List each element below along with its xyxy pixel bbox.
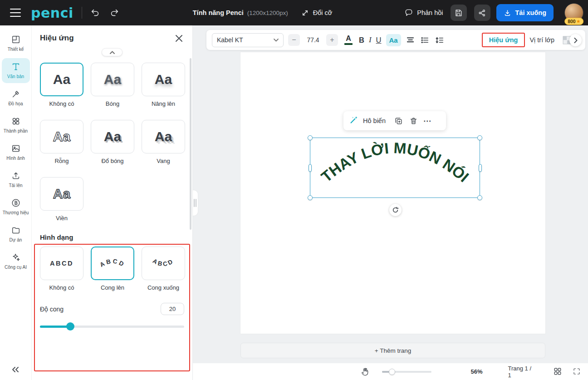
effect-card[interactable]: Aa	[142, 63, 185, 96]
pan-tool-button[interactable]	[361, 367, 370, 377]
sidebar-item-uploads[interactable]: Tải lên	[2, 167, 30, 192]
underline-button[interactable]: U	[376, 36, 382, 44]
effects-panel: Hiệu ứng Aa Không có Aa Bóng Aa	[32, 25, 193, 380]
chevron-right-icon	[574, 38, 578, 43]
undo-icon	[90, 8, 100, 18]
curve-slider[interactable]	[40, 322, 184, 331]
selection-handle-right[interactable]	[479, 164, 482, 172]
sidebar-item-label: Đồ họa	[8, 101, 23, 106]
text-case-button[interactable]: Aa	[386, 34, 401, 46]
panel-scrollbar[interactable]	[190, 58, 191, 230]
close-panel-button[interactable]	[173, 33, 184, 44]
slider-fill	[40, 326, 70, 328]
italic-button[interactable]: I	[369, 35, 372, 44]
save-button[interactable]	[451, 5, 467, 21]
close-icon	[175, 35, 183, 42]
sidebar-item-label: Thiết kế	[8, 47, 24, 52]
magic-wand-icon[interactable]	[349, 115, 359, 127]
shape-card-curve-up: ABCD Cong lên	[91, 247, 134, 291]
delete-button[interactable]	[408, 115, 419, 126]
selected-text-element[interactable]: THAY LỜI MUỐN NÓI	[310, 138, 480, 198]
rotate-icon	[392, 207, 399, 213]
penci-logo: penci	[31, 5, 74, 21]
align-button[interactable]	[406, 35, 416, 45]
line-spacing-button[interactable]	[435, 35, 445, 45]
redo-button[interactable]	[108, 7, 120, 19]
sidebar-item-projects[interactable]: Dự án	[2, 222, 30, 247]
effect-card[interactable]: Aa	[40, 63, 83, 96]
text-color-button[interactable]: A	[343, 35, 354, 45]
shape-card[interactable]: ABCD	[142, 247, 185, 280]
effect-preview: Aa	[53, 73, 70, 86]
font-size-increase-button[interactable]: +	[326, 34, 338, 46]
effect-card[interactable]: Aa	[40, 120, 83, 153]
effect-card[interactable]: Aa	[40, 177, 83, 211]
pen-icon	[11, 89, 21, 99]
list-button[interactable]	[420, 35, 430, 45]
selection-handle-bottom-right[interactable]	[477, 195, 482, 200]
undo-button[interactable]	[89, 7, 101, 19]
resize-button[interactable]: Đổi cỡ	[301, 9, 333, 17]
canvas-page[interactable]: THAY LỜI MUỐN NÓI	[240, 52, 545, 334]
effect-card[interactable]: Aa	[91, 63, 134, 96]
zoom-slider[interactable]	[382, 368, 431, 375]
sidebar-item-ai-tools[interactable]: Công cụ AI	[2, 249, 30, 274]
collapse-section-button[interactable]	[102, 48, 122, 56]
sidebar-item-graphics[interactable]: Đồ họa	[2, 85, 30, 110]
effects-button[interactable]: Hiệu ứng	[485, 33, 523, 47]
toolbar-more-button[interactable]	[569, 34, 582, 46]
effect-card[interactable]: Aa	[142, 120, 185, 153]
share-button[interactable]	[474, 5, 490, 21]
grid-view-button[interactable]	[554, 367, 562, 376]
shape-card[interactable]: ABCD	[40, 247, 83, 280]
chevron-up-icon	[110, 51, 115, 54]
sidebar-item-label: Công cụ AI	[5, 265, 27, 270]
credits-badge[interactable]: 800 ★	[564, 18, 583, 25]
collapse-sidebar-button[interactable]	[11, 365, 20, 375]
font-size-value[interactable]: 77.4	[304, 36, 322, 44]
effect-card-shadow: Aa Bóng	[91, 63, 134, 107]
sidebar-item-elements[interactable]: Thành phần	[2, 113, 30, 138]
zoom-level: 56%	[470, 368, 482, 375]
sidebar-item-images[interactable]: Hình ảnh	[2, 140, 30, 165]
line-spacing-icon	[435, 36, 444, 44]
sidebar-item-design[interactable]: Thiết kế	[2, 31, 30, 56]
chat-bubble-icon	[404, 8, 413, 17]
curve-amount-input[interactable]: 20	[161, 303, 184, 315]
zoom-slider-handle[interactable]	[389, 369, 395, 375]
rotate-handle[interactable]	[389, 204, 402, 216]
svg-text:THAY LỜI MUỐN NÓI: THAY LỜI MUỐN NÓI	[318, 139, 472, 185]
more-options-button[interactable]: ⋯	[423, 116, 431, 126]
divider	[82, 7, 82, 19]
effect-card-label: Nâng lên	[142, 100, 185, 107]
download-button[interactable]: Tải xuống	[496, 4, 554, 21]
layout-icon	[11, 35, 21, 44]
slider-handle[interactable]	[66, 322, 74, 331]
duplicate-button[interactable]	[393, 115, 404, 126]
fullscreen-button[interactable]	[573, 367, 581, 376]
font-size-decrease-button[interactable]: −	[288, 34, 300, 46]
panel-resize-handle[interactable]	[193, 190, 198, 216]
page-indicator: Trang 1 / 1	[508, 365, 532, 379]
font-select[interactable]: Kabel KT	[212, 33, 284, 47]
shape-card-label: Không có	[40, 284, 83, 291]
magic-transform-button[interactable]: Hô biến	[363, 117, 386, 124]
save-icon	[454, 9, 463, 17]
effect-style-grid: Aa Không có Aa Bóng Aa Nâng lên Aa Rỗng …	[40, 63, 184, 222]
menu-icon[interactable]	[10, 9, 21, 17]
add-page-button[interactable]: + Thêm trang	[240, 343, 545, 358]
shape-card[interactable]: ABCD	[91, 247, 134, 280]
bold-button[interactable]: B	[359, 36, 364, 44]
sidebar-item-text[interactable]: Văn bản	[2, 58, 30, 83]
effect-card[interactable]: Aa	[91, 120, 134, 153]
layer-position-button[interactable]: Vị trí lớp	[529, 36, 554, 44]
selection-handle-top-right[interactable]	[477, 135, 482, 140]
selection-handle-top-left[interactable]	[308, 135, 313, 140]
selection-handle-left[interactable]	[309, 164, 312, 172]
effect-card-outline: Aa Viền	[40, 177, 83, 222]
sidebar-item-brand[interactable]: Thương hiệu	[2, 194, 30, 219]
selection-handle-bottom-left[interactable]	[308, 195, 313, 200]
feedback-button[interactable]: Phản hồi	[404, 8, 443, 17]
brand-icon	[11, 198, 21, 208]
curved-text: THAY LỜI MUỐN NÓI	[310, 138, 480, 197]
